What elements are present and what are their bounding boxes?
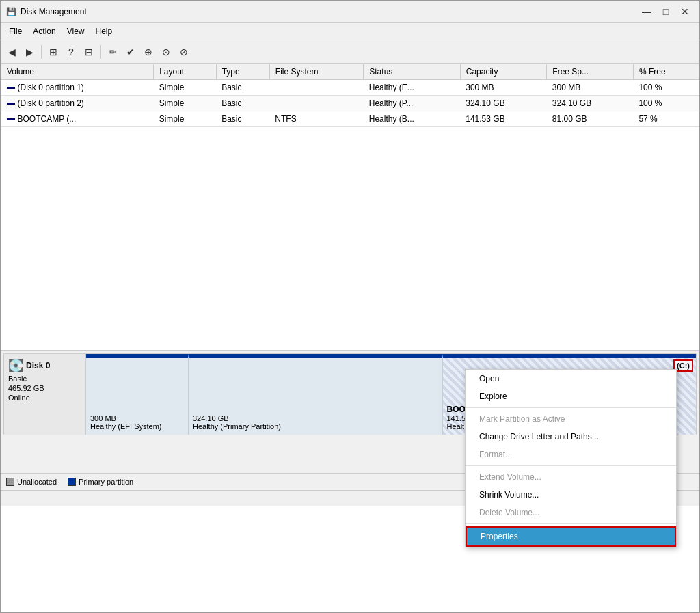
cell-volume: (Disk 0 partition 1) xyxy=(1,80,154,96)
close-button[interactable]: ✕ xyxy=(676,5,694,18)
menu-action[interactable]: Action xyxy=(27,25,61,38)
col-capacity[interactable]: Capacity xyxy=(460,64,547,80)
disk-info: 💽 Disk 0 Basic 465.92 GB Online xyxy=(3,353,85,435)
minimize-button[interactable]: — xyxy=(638,5,656,18)
legend-primary: Primary partition xyxy=(68,478,133,486)
legend-unallocated: Unallocated xyxy=(6,478,57,486)
volume-table-area: Volume Layout Type File System Status Ca… xyxy=(1,64,699,351)
title-bar-left: 💾 Disk Management xyxy=(6,7,87,16)
toolbar-back[interactable]: ◀ xyxy=(3,44,20,60)
toolbar-add[interactable]: ⊕ xyxy=(140,44,157,60)
cell-capacity: 300 MB xyxy=(460,80,547,96)
partition-primary-size: 324.10 GB xyxy=(193,414,438,422)
col-free[interactable]: Free Sp... xyxy=(547,64,634,80)
partition-primary-label: Healthy (Primary Partition) xyxy=(193,422,438,431)
context-menu-item: Mark Partition as Active xyxy=(466,410,676,428)
menu-help[interactable]: Help xyxy=(90,25,118,38)
menu-view[interactable]: View xyxy=(62,25,90,38)
toolbar-target[interactable]: ⊙ xyxy=(158,44,174,60)
context-menu-item[interactable]: Shrink Volume... xyxy=(466,486,676,504)
table-row[interactable]: (Disk 0 partition 1) Simple Basic Health… xyxy=(1,80,699,96)
maximize-button[interactable]: □ xyxy=(657,5,675,18)
col-layout[interactable]: Layout xyxy=(154,64,216,80)
cell-type: Basic xyxy=(216,80,269,96)
col-volume[interactable]: Volume xyxy=(1,64,154,80)
cell-capacity: 141.53 GB xyxy=(460,111,547,127)
toolbar-sep-1 xyxy=(41,45,42,59)
cell-filesystem: NTFS xyxy=(269,111,363,127)
cell-type: Basic xyxy=(216,111,269,127)
context-menu-item[interactable]: Open xyxy=(466,370,676,387)
context-menu-item: Extend Volume... xyxy=(466,468,676,486)
cell-status: Healthy (P... xyxy=(364,96,460,111)
disk-type: Basic xyxy=(8,374,81,383)
cell-filesystem xyxy=(269,96,363,111)
cell-type: Basic xyxy=(216,96,269,111)
cell-volume: BOOTCAMP (... xyxy=(1,111,154,127)
cell-status: Healthy (E... xyxy=(364,80,460,96)
volume-table: Volume Layout Type File System Status Ca… xyxy=(1,64,699,127)
context-menu-item: Format... xyxy=(466,446,676,463)
cell-free: 300 MB xyxy=(547,80,634,96)
context-menu-item[interactable]: Change Drive Letter and Paths... xyxy=(466,428,676,446)
menu-file[interactable]: File xyxy=(3,25,27,38)
table-row[interactable]: (Disk 0 partition 2) Simple Basic Health… xyxy=(1,96,699,111)
toolbar-remove[interactable]: ⊟ xyxy=(81,44,97,60)
partition-primary[interactable]: 324.10 GB Healthy (Primary Partition) xyxy=(189,354,443,435)
cell-layout: Simple xyxy=(154,111,216,127)
col-status[interactable]: Status xyxy=(364,64,460,80)
window-icon: 💾 xyxy=(6,7,16,16)
toolbar-pencil[interactable]: ✏ xyxy=(105,44,121,60)
cell-filesystem xyxy=(269,80,363,96)
table-row[interactable]: BOOTCAMP (... Simple Basic NTFS Healthy … xyxy=(1,111,699,127)
cell-status: Healthy (B... xyxy=(364,111,460,127)
context-menu-item[interactable]: Explore xyxy=(466,387,676,405)
partition-efi[interactable]: 300 MB Healthy (EFI System) xyxy=(86,354,189,435)
context-menu: OpenExploreMark Partition as ActiveChang… xyxy=(465,369,677,547)
col-type[interactable]: Type xyxy=(216,64,269,80)
toolbar-sep-2 xyxy=(100,45,101,59)
disk-size: 465.92 GB xyxy=(8,384,81,392)
col-filesystem[interactable]: File System xyxy=(269,64,363,80)
menu-bar: File Action View Help xyxy=(1,23,699,40)
legend-primary-label: Primary partition xyxy=(79,478,133,486)
partition-efi-label: Healthy (EFI System) xyxy=(90,422,184,431)
window-title: Disk Management xyxy=(21,7,87,16)
disk-status: Online xyxy=(8,394,81,402)
col-pctfree[interactable]: % Free xyxy=(633,64,699,80)
toolbar-check[interactable]: ✔ xyxy=(122,44,139,60)
cell-pctfree: 100 % xyxy=(633,80,699,96)
cell-free: 81.00 GB xyxy=(547,111,634,127)
context-menu-item[interactable]: Properties xyxy=(466,526,676,547)
cell-free: 324.10 GB xyxy=(547,96,634,111)
toolbar: ◀ ▶ ⊞ ? ⊟ ✏ ✔ ⊕ ⊙ ⊘ xyxy=(1,40,699,64)
toolbar-cancel[interactable]: ⊘ xyxy=(176,44,192,60)
legend-unallocated-box xyxy=(6,478,14,486)
cell-layout: Simple xyxy=(154,96,216,111)
title-controls: — □ ✕ xyxy=(638,5,694,18)
context-menu-item: Delete Volume... xyxy=(466,504,676,521)
toolbar-grid[interactable]: ⊞ xyxy=(45,44,62,60)
cell-pctfree: 100 % xyxy=(633,96,699,111)
context-menu-separator xyxy=(466,523,676,524)
disk-name: Disk 0 xyxy=(26,361,50,370)
cell-capacity: 324.10 GB xyxy=(460,96,547,111)
context-menu-separator xyxy=(466,407,676,408)
disk-icon: 💽 xyxy=(8,358,23,373)
cell-pctfree: 57 % xyxy=(633,111,699,127)
title-bar: 💾 Disk Management — □ ✕ xyxy=(1,1,699,23)
legend-unallocated-label: Unallocated xyxy=(17,478,57,486)
partition-efi-size: 300 MB xyxy=(90,414,184,422)
context-menu-separator xyxy=(466,465,676,466)
toolbar-help[interactable]: ? xyxy=(63,44,79,60)
cell-volume: (Disk 0 partition 2) xyxy=(1,96,154,111)
toolbar-forward[interactable]: ▶ xyxy=(21,44,38,60)
cell-layout: Simple xyxy=(154,80,216,96)
legend-primary-box xyxy=(68,478,76,486)
